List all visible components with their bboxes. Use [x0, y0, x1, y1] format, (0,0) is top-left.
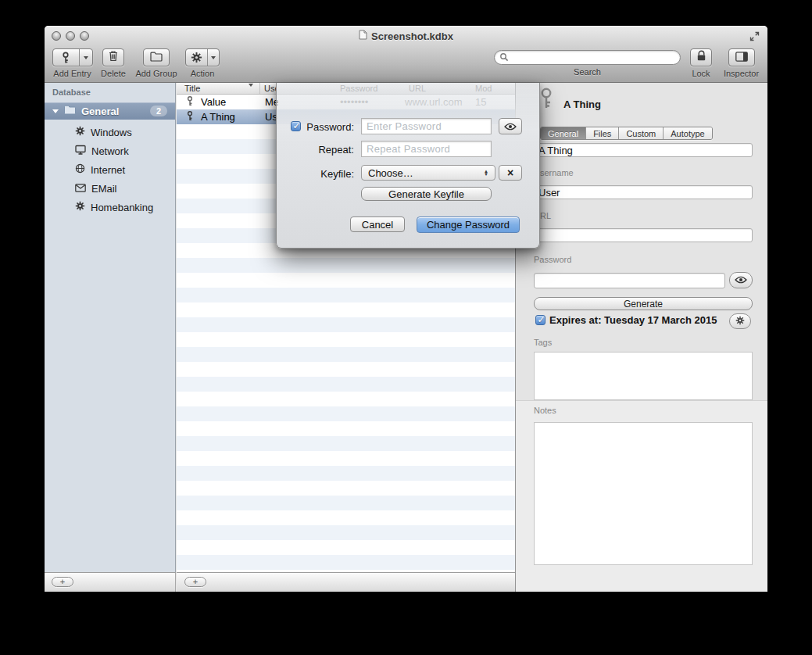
action-button[interactable]	[185, 48, 220, 66]
tab-autotype[interactable]: Autotype	[664, 127, 711, 139]
add-entry-label: Add Entry	[53, 69, 91, 78]
password-field[interactable]	[534, 273, 725, 288]
sidebar-item-email[interactable]: EMail	[45, 179, 175, 198]
lock-button[interactable]	[690, 48, 712, 66]
gear-icon	[735, 316, 745, 328]
entry-title-cell: Value	[201, 96, 226, 108]
sidebar-item-windows[interactable]: Windows	[45, 123, 175, 141]
globe-icon	[75, 163, 85, 176]
sidebar-group-general[interactable]: General 2	[45, 102, 175, 120]
sidebar-section-header: Database	[52, 88, 91, 97]
window-title-text: Screenshot.kdbx	[371, 30, 453, 42]
dialog-password-label: Password:	[280, 121, 354, 133]
sidebar-group-label: General	[81, 106, 150, 117]
lock-button-group: Lock	[684, 48, 718, 78]
fullscreen-icon[interactable]	[749, 30, 760, 45]
minimize-button[interactable]	[66, 31, 75, 41]
search-label: Search	[574, 67, 601, 77]
tags-field[interactable]	[534, 352, 753, 400]
generate-keyfile-button[interactable]: Generate Keyfile	[361, 187, 492, 201]
tab-custom[interactable]: Custom	[619, 127, 664, 139]
notes-field[interactable]	[534, 422, 753, 565]
trash-icon	[108, 50, 119, 65]
entry-count-badge: 2	[150, 106, 167, 116]
expires-label: Expires at: Tuesday 17 March 2015	[549, 314, 717, 326]
lock-label: Lock	[692, 69, 710, 78]
sidebar-item-label: Homebanking	[91, 202, 153, 213]
clear-keyfile-button[interactable]: ×	[499, 165, 522, 181]
sidebar-item-label: Internet	[91, 164, 125, 176]
tab-general[interactable]: General	[541, 127, 586, 139]
search-icon	[499, 51, 509, 65]
add-entry-dropdown[interactable]	[79, 49, 92, 66]
show-password-button[interactable]	[729, 272, 753, 288]
chevron-down-icon	[211, 56, 216, 59]
close-button[interactable]	[52, 31, 61, 41]
keyfile-popup-button[interactable]: Choose… ▲▼	[361, 165, 495, 181]
expiry-options-button[interactable]	[729, 313, 751, 329]
inspector-toggle-button[interactable]	[728, 48, 755, 66]
lock-icon	[696, 50, 706, 65]
dialog-repeat-input[interactable]	[361, 141, 492, 157]
keyfile-popup-value: Choose…	[368, 167, 413, 179]
key-icon	[53, 49, 79, 66]
entry-list-footer: +	[177, 572, 515, 592]
action-dropdown[interactable]	[207, 49, 219, 66]
dialog-password-input[interactable]	[361, 118, 492, 134]
dialog-show-password-button[interactable]	[499, 118, 522, 134]
gear-icon	[75, 201, 85, 213]
url-field[interactable]	[534, 228, 753, 242]
gear-icon	[75, 126, 85, 138]
title-field[interactable]	[534, 143, 753, 157]
dialog-keyfile-label: Keyfile:	[280, 168, 354, 180]
close-icon: ×	[507, 167, 513, 178]
inspector-tabs: General Files Custom Autotype	[540, 127, 713, 140]
monitor-icon	[75, 145, 86, 157]
generate-password-button[interactable]: Generate	[534, 297, 753, 310]
delete-button[interactable]	[102, 48, 124, 66]
column-header-username[interactable]: Username	[264, 84, 276, 93]
tab-files[interactable]: Files	[586, 127, 619, 139]
search-input[interactable]	[512, 52, 675, 63]
add-group-button-group: Add Group	[135, 48, 177, 78]
sidebar-item-label: Windows	[91, 127, 132, 138]
search-group: Search	[494, 48, 681, 77]
change-password-button[interactable]: Change Password	[417, 217, 520, 233]
sidebar-item-homebanking[interactable]: Homebanking	[45, 198, 175, 217]
add-group-button[interactable]	[143, 48, 170, 66]
column-header-title[interactable]: Title	[184, 84, 200, 93]
column-divider[interactable]	[259, 83, 260, 94]
window-chrome: Screenshot.kdbx Add Entry Delete Add Gro…	[45, 26, 767, 83]
sidebar-item-label: Network	[91, 145, 129, 157]
delete-button-group: Delete	[102, 48, 125, 78]
folder-icon	[59, 104, 77, 118]
app-window: Screenshot.kdbx Add Entry Delete Add Gro…	[45, 26, 767, 592]
expires-checkbox[interactable]	[535, 315, 546, 325]
action-button-group: Action	[185, 48, 220, 78]
add-entry-button[interactable]	[52, 48, 93, 66]
key-icon	[185, 96, 195, 109]
username-field[interactable]	[534, 185, 753, 199]
disclosure-triangle-icon[interactable]	[52, 109, 59, 113]
tags-label: Tags	[534, 338, 552, 347]
document-icon	[359, 30, 367, 42]
inspector-button-group: Inspector	[719, 48, 764, 78]
sidebar-item-network[interactable]: Network	[45, 141, 175, 160]
eye-icon	[504, 120, 517, 134]
eye-icon	[735, 275, 747, 286]
envelope-icon	[75, 183, 86, 195]
add-entry-footer-button[interactable]: +	[184, 577, 206, 587]
password-label: Password	[534, 255, 571, 264]
add-group-footer-button[interactable]: +	[52, 577, 73, 587]
sidebar-item-internet[interactable]: Internet	[45, 160, 175, 179]
chevron-down-icon	[84, 56, 88, 59]
gear-icon	[186, 49, 207, 66]
inspector-entry-title: A Thing	[563, 98, 601, 110]
cancel-button[interactable]: Cancel	[350, 217, 405, 232]
search-field[interactable]	[494, 50, 681, 65]
folder-icon	[150, 51, 163, 65]
zoom-button[interactable]	[80, 31, 89, 41]
notes-label: Notes	[534, 406, 556, 415]
add-group-label: Add Group	[135, 69, 177, 78]
change-password-dialog: Password: Repeat: Keyfile: Choose… ▲▼ × …	[276, 83, 540, 249]
